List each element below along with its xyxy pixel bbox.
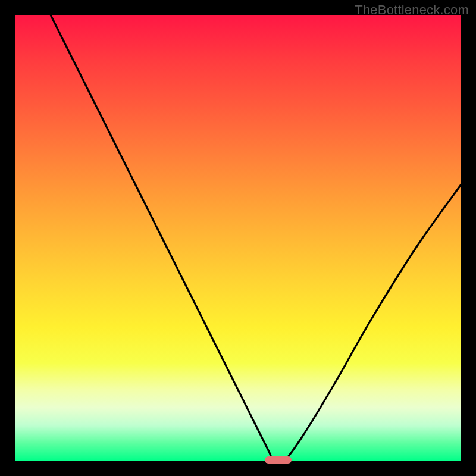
plot-area: [15, 15, 461, 461]
bottleneck-curve: [15, 15, 461, 461]
optimum-marker: [265, 456, 292, 464]
chart-frame: TheBottleneck.com: [0, 0, 476, 476]
watermark-text: TheBottleneck.com: [355, 2, 469, 18]
